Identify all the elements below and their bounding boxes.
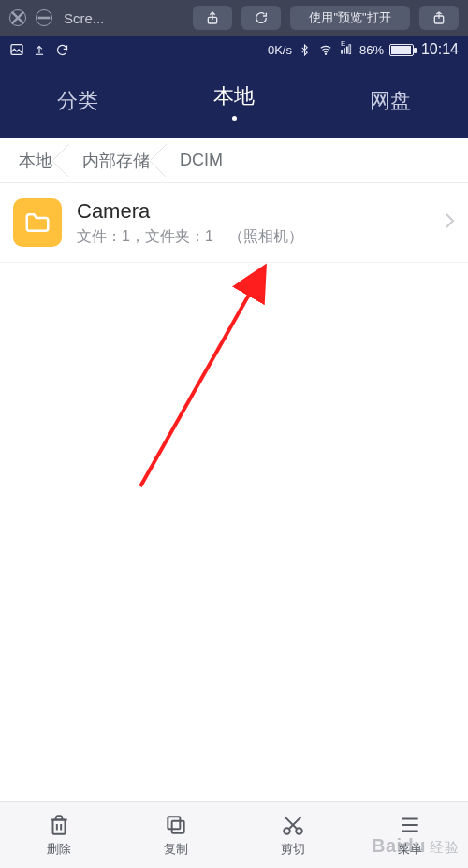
open-with-preview-button[interactable]: 使用"预览"打开 <box>290 6 410 30</box>
trash-icon <box>47 813 71 837</box>
cut-button[interactable]: 剪切 <box>234 813 351 858</box>
mac-preview-toolbar: Scre... 使用"预览"打开 <box>0 0 468 36</box>
watermark: Baidu 经验 <box>372 835 459 857</box>
crumb-internal[interactable]: 内部存储 <box>69 138 167 182</box>
bluetooth-icon <box>298 42 313 57</box>
svg-point-3 <box>325 53 326 54</box>
crumb-local[interactable]: 本地 <box>6 138 69 182</box>
svg-line-8 <box>140 267 265 486</box>
export-button[interactable] <box>419 6 459 30</box>
svg-rect-9 <box>52 819 65 833</box>
tab-local[interactable]: 本地 <box>156 64 313 138</box>
battery-icon <box>389 44 414 56</box>
delete-button[interactable]: 删除 <box>0 813 117 858</box>
crumb-label: 内部存储 <box>82 150 150 172</box>
image-icon <box>9 42 24 57</box>
folder-icon <box>13 198 62 247</box>
copy-icon <box>164 813 188 837</box>
svg-rect-7 <box>349 45 351 54</box>
svg-rect-11 <box>168 817 180 829</box>
action-label: 删除 <box>47 841 71 858</box>
breadcrumb: 本地 内部存储 DCIM <box>0 138 468 183</box>
active-indicator-icon <box>232 116 237 121</box>
close-icon[interactable] <box>9 9 26 26</box>
wifi-icon <box>318 42 333 57</box>
stop-icon[interactable] <box>36 9 52 26</box>
android-status-bar: 0K/s E 86% 10:14 <box>0 36 468 64</box>
rotate-button[interactable] <box>241 6 281 30</box>
open-with-label: 使用"预览"打开 <box>309 9 390 26</box>
network-speed: 0K/s <box>268 43 292 57</box>
bottom-action-bar: 删除 复制 剪切 菜单 <box>0 801 468 868</box>
tab-label: 分类 <box>57 87 98 115</box>
copy-button[interactable]: 复制 <box>117 813 234 858</box>
action-label: 剪切 <box>281 841 305 858</box>
crumb-label: 本地 <box>19 150 52 172</box>
svg-rect-4 <box>341 50 343 54</box>
svg-point-12 <box>284 828 290 834</box>
list-item-note: （照相机） <box>228 227 303 247</box>
chevron-right-icon <box>444 212 455 234</box>
tab-cloud[interactable]: 网盘 <box>312 64 468 138</box>
list-item[interactable]: Camera 文件：1，文件夹：1 （照相机） <box>0 183 468 263</box>
battery-percent: 86% <box>359 43 384 57</box>
upload-icon <box>32 42 47 57</box>
list-item-title: Camera <box>77 199 429 224</box>
watermark-brand: Baidu <box>372 835 426 857</box>
tab-category[interactable]: 分类 <box>0 64 156 138</box>
clock: 10:14 <box>421 41 459 58</box>
svg-rect-5 <box>344 48 345 53</box>
list-item-text: Camera 文件：1，文件夹：1 （照相机） <box>77 199 429 247</box>
watermark-suffix: 经验 <box>430 839 459 857</box>
share-button[interactable] <box>193 6 232 30</box>
crumb-label: DCIM <box>180 151 223 170</box>
file-list: Camera 文件：1，文件夹：1 （照相机） <box>0 183 468 263</box>
tab-label: 本地 <box>213 82 255 110</box>
sync-icon <box>54 42 69 57</box>
svg-point-13 <box>296 828 302 834</box>
svg-rect-6 <box>346 47 348 54</box>
tabs-header: 分类 本地 网盘 <box>0 64 468 138</box>
tab-label: 网盘 <box>370 87 411 115</box>
crumb-dcim[interactable]: DCIM <box>167 138 240 182</box>
menu-icon <box>398 813 422 837</box>
signal-icon: E <box>339 42 354 57</box>
svg-rect-10 <box>171 820 183 832</box>
action-label: 复制 <box>164 841 188 858</box>
window-title: Scre... <box>64 10 104 26</box>
list-item-count: 文件：1，文件夹：1 <box>77 227 213 247</box>
scissors-icon <box>281 813 305 837</box>
